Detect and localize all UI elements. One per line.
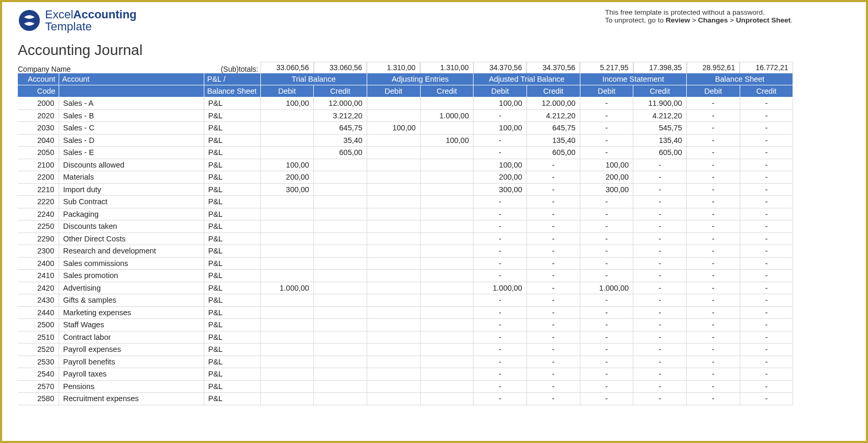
cell-value[interactable] [420,331,474,344]
cell-value[interactable]: - [474,208,527,220]
cell-value[interactable]: - [633,208,687,220]
cell-value[interactable] [314,294,367,307]
cell-value[interactable]: - [687,331,740,344]
cell-value[interactable]: - [474,220,527,233]
cell-value[interactable] [314,257,367,270]
cell-value[interactable]: - [580,220,633,233]
cell-value[interactable] [260,147,314,159]
cell-value[interactable] [367,331,420,344]
cell-value[interactable]: - [740,109,793,122]
cell-pl[interactable]: P&L [204,294,260,307]
cell-value[interactable]: 200,00 [474,171,527,184]
table-row[interactable]: 2540Payroll taxesP&L - - - - - - [18,368,793,381]
cell-value[interactable] [260,208,314,220]
cell-value[interactable]: - [526,257,580,270]
cell-value[interactable]: 135,40 [526,134,580,147]
cell-code[interactable]: 2300 [18,245,59,258]
cell-value[interactable]: - [580,393,633,405]
cell-value[interactable] [367,306,420,319]
cell-value[interactable]: - [687,368,740,381]
cell-value[interactable]: - [526,208,580,220]
table-row[interactable]: 2220Sub ContractP&L - - - - - - [18,196,793,208]
cell-value[interactable] [420,282,474,294]
cell-value[interactable]: - [526,319,580,331]
cell-value[interactable]: - [474,319,527,331]
cell-value[interactable]: - [526,245,580,258]
cell-value[interactable]: - [474,344,527,356]
cell-value[interactable] [420,306,474,319]
cell-value[interactable]: 1.000,00 [260,282,314,294]
cell-account[interactable]: Sales commissions [59,257,204,270]
table-row[interactable]: 2020Sales - BP&L3.212,201.000,00 - 4.212… [18,109,793,122]
cell-account[interactable]: Sales - C [59,122,204,135]
cell-value[interactable] [314,319,367,331]
cell-pl[interactable]: P&L [204,319,260,331]
cell-value[interactable]: - [740,232,793,245]
cell-value[interactable]: 35,40 [314,134,367,147]
table-row[interactable]: 2440Marketing expensesP&L - - - - - - [18,306,793,319]
cell-code[interactable]: 2430 [18,294,59,307]
cell-value[interactable]: - [740,245,793,258]
cell-value[interactable]: - [580,356,633,368]
cell-code[interactable]: 2250 [18,220,59,233]
cell-value[interactable]: - [687,147,740,159]
cell-value[interactable]: - [526,356,580,368]
cell-value[interactable] [367,356,420,368]
cell-value[interactable] [367,109,420,122]
cell-value[interactable] [260,393,314,405]
cell-value[interactable] [367,294,420,307]
cell-value[interactable] [260,245,314,258]
cell-value[interactable] [260,380,314,393]
cell-value[interactable] [260,344,314,356]
cell-value[interactable] [314,270,367,282]
cell-value[interactable] [420,159,474,171]
cell-value[interactable]: - [474,245,527,258]
cell-pl[interactable]: P&L [204,306,260,319]
cell-value[interactable] [314,245,367,258]
cell-value[interactable]: - [580,344,633,356]
cell-value[interactable]: - [526,282,580,294]
cell-value[interactable]: - [633,159,687,171]
cell-value[interactable]: 100,00 [367,122,420,135]
cell-value[interactable]: - [633,393,687,405]
cell-value[interactable]: - [633,220,687,233]
cell-value[interactable] [314,232,367,245]
cell-value[interactable]: - [633,171,687,184]
cell-value[interactable]: - [740,319,793,331]
cell-value[interactable]: - [687,122,740,135]
cell-value[interactable]: 605,00 [526,147,580,159]
cell-value[interactable] [260,257,314,270]
cell-value[interactable]: - [580,134,633,147]
cell-value[interactable] [367,319,420,331]
cell-value[interactable] [314,393,367,405]
cell-value[interactable]: - [687,232,740,245]
cell-value[interactable]: - [580,232,633,245]
cell-value[interactable]: - [580,306,633,319]
cell-value[interactable]: - [633,196,687,208]
cell-value[interactable]: 135,40 [633,134,687,147]
cell-value[interactable]: - [580,257,633,270]
cell-value[interactable]: - [474,393,527,405]
cell-value[interactable]: - [633,232,687,245]
cell-value[interactable] [367,232,420,245]
cell-value[interactable]: - [580,122,633,135]
table-row[interactable]: 2530Payroll benefitsP&L - - - - - - [18,356,793,368]
cell-value[interactable]: - [633,257,687,270]
cell-pl[interactable]: P&L [204,282,260,294]
table-row[interactable]: 2030Sales - CP&L645,75100,00100,00645,75… [18,122,793,135]
cell-value[interactable]: - [687,109,740,122]
cell-pl[interactable]: P&L [204,344,260,356]
cell-code[interactable]: 2570 [18,380,59,393]
cell-value[interactable]: 645,75 [314,122,367,135]
cell-account[interactable]: Sales - A [59,97,204,110]
cell-value[interactable]: - [687,393,740,405]
cell-value[interactable] [314,159,367,171]
cell-value[interactable]: - [740,159,793,171]
cell-pl[interactable]: P&L [204,147,260,159]
cell-value[interactable]: - [633,294,687,307]
cell-value[interactable]: 200,00 [260,171,314,184]
table-row[interactable]: 2100Discounts allowedP&L100,00100,00 - 1… [18,159,793,171]
cell-account[interactable]: Marketing expenses [59,306,204,319]
cell-value[interactable]: - [740,344,793,356]
cell-account[interactable]: Sales - E [59,147,204,159]
